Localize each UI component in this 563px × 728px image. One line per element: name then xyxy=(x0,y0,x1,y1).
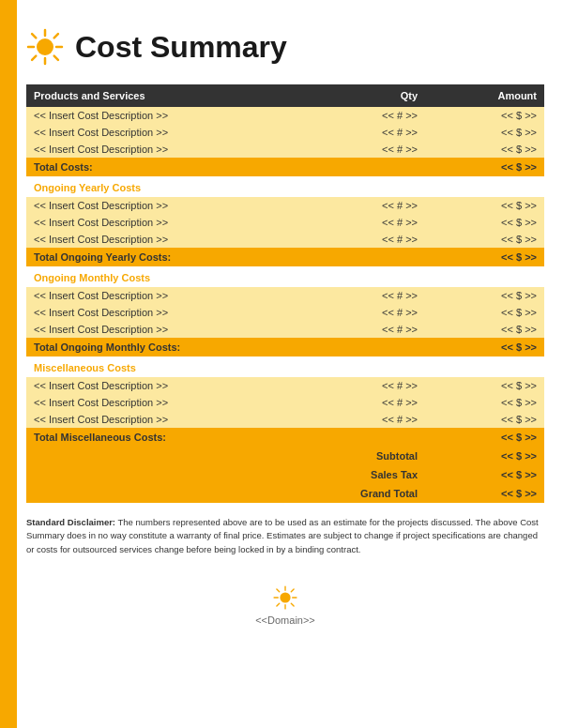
table-row: << Insert Cost Description >> << # >> <<… xyxy=(26,304,544,321)
total-amt: << $ >> xyxy=(425,158,544,176)
item-desc: << Insert Cost Description >> xyxy=(26,197,312,214)
item-qty: << # >> xyxy=(312,377,425,394)
total-row: Total Ongoing Monthly Costs: << $ >> xyxy=(26,338,544,356)
svg-line-17 xyxy=(277,603,280,606)
item-qty: << # >> xyxy=(312,231,425,248)
item-qty: << # >> xyxy=(312,411,425,428)
section-header-row: Ongoing Yearly Costs xyxy=(26,176,544,197)
svg-line-5 xyxy=(32,34,36,38)
item-qty: << # >> xyxy=(312,394,425,411)
item-desc: << Insert Cost Description >> xyxy=(26,394,312,411)
item-amt: << $ >> xyxy=(425,304,544,321)
table-row: << Insert Cost Description >> << # >> <<… xyxy=(26,107,544,124)
item-amt: << $ >> xyxy=(425,411,544,428)
cost-table: Products and Services Qty Amount << Inse… xyxy=(26,84,544,503)
item-desc: << Insert Cost Description >> xyxy=(26,141,312,158)
svg-line-16 xyxy=(291,589,294,592)
subtotal-amt: << $ >> xyxy=(425,447,544,465)
sun-logo-icon xyxy=(26,28,64,66)
item-amt: << $ >> xyxy=(425,377,544,394)
grand-total-row: Grand Total << $ >> xyxy=(26,484,544,503)
item-qty: << # >> xyxy=(312,107,425,124)
item-amt: << $ >> xyxy=(425,197,544,214)
left-accent-bar xyxy=(0,0,17,728)
total-label: Total Ongoing Monthly Costs: xyxy=(26,338,425,356)
svg-line-8 xyxy=(32,56,36,60)
item-desc: << Insert Cost Description >> xyxy=(26,304,312,321)
section-header-row: Miscellaneous Costs xyxy=(26,356,544,377)
total-label: Total Costs: xyxy=(26,158,425,176)
table-row: << Insert Cost Description >> << # >> <<… xyxy=(26,287,544,304)
item-desc: << Insert Cost Description >> xyxy=(26,287,312,304)
total-row: Total Miscellaneous Costs: << $ >> xyxy=(26,428,544,447)
item-desc: << Insert Cost Description >> xyxy=(26,411,312,428)
grand-total-label: Grand Total xyxy=(26,484,425,503)
total-amt: << $ >> xyxy=(425,248,544,266)
disclaimer-text: Standard Disclaimer: The numbers represe… xyxy=(26,516,544,556)
svg-point-0 xyxy=(37,38,53,55)
grand-total-amt: << $ >> xyxy=(425,484,544,503)
item-desc: << Insert Cost Description >> xyxy=(26,124,312,141)
footer-sun-icon xyxy=(272,584,298,611)
col-header-description: Products and Services xyxy=(26,84,312,107)
tax-label: Sales Tax xyxy=(26,465,425,484)
page-header: Cost Summary xyxy=(26,28,544,66)
section-label: Ongoing Monthly Costs xyxy=(26,266,544,287)
total-row: Total Ongoing Yearly Costs: << $ >> xyxy=(26,248,544,266)
col-header-qty: Qty xyxy=(312,84,425,107)
table-row: << Insert Cost Description >> << # >> <<… xyxy=(26,377,544,394)
item-desc: << Insert Cost Description >> xyxy=(26,214,312,231)
item-qty: << # >> xyxy=(312,141,425,158)
item-desc: << Insert Cost Description >> xyxy=(26,377,312,394)
footer-domain-label: <<Domain>> xyxy=(26,614,544,626)
item-qty: << # >> xyxy=(312,321,425,338)
total-amt: << $ >> xyxy=(425,428,544,447)
item-amt: << $ >> xyxy=(425,141,544,158)
table-row: << Insert Cost Description >> << # >> <<… xyxy=(26,214,544,231)
table-row: << Insert Cost Description >> << # >> <<… xyxy=(26,394,544,411)
item-amt: << $ >> xyxy=(425,107,544,124)
subtotal-label: Subtotal xyxy=(26,447,425,465)
svg-line-7 xyxy=(54,34,58,38)
table-row: << Insert Cost Description >> << # >> <<… xyxy=(26,197,544,214)
item-amt: << $ >> xyxy=(425,321,544,338)
table-row: << Insert Cost Description >> << # >> <<… xyxy=(26,141,544,158)
item-desc: << Insert Cost Description >> xyxy=(26,231,312,248)
item-amt: << $ >> xyxy=(425,287,544,304)
total-amt: << $ >> xyxy=(425,338,544,356)
page: Cost Summary Products and Services Qty A… xyxy=(0,0,563,728)
disclaimer-bold: Standard Disclaimer: xyxy=(26,517,115,527)
item-desc: << Insert Cost Description >> xyxy=(26,321,312,338)
table-row: << Insert Cost Description >> << # >> <<… xyxy=(26,231,544,248)
total-row: Total Costs: << $ >> xyxy=(26,158,544,176)
table-row: << Insert Cost Description >> << # >> <<… xyxy=(26,124,544,141)
item-amt: << $ >> xyxy=(425,394,544,411)
item-amt: << $ >> xyxy=(425,214,544,231)
section-label: Ongoing Yearly Costs xyxy=(26,176,544,197)
item-qty: << # >> xyxy=(312,124,425,141)
tax-amt: << $ >> xyxy=(425,465,544,484)
tax-row: Sales Tax << $ >> xyxy=(26,465,544,484)
subtotal-row: Subtotal << $ >> xyxy=(26,447,544,465)
svg-point-9 xyxy=(280,592,290,602)
main-content: Cost Summary Products and Services Qty A… xyxy=(26,0,544,645)
total-label: Total Ongoing Yearly Costs: xyxy=(26,248,425,266)
page-title: Cost Summary xyxy=(75,30,287,65)
col-header-amount: Amount xyxy=(425,84,544,107)
table-header-row: Products and Services Qty Amount xyxy=(26,84,544,107)
item-qty: << # >> xyxy=(312,214,425,231)
section-label: Miscellaneous Costs xyxy=(26,356,544,377)
table-row: << Insert Cost Description >> << # >> <<… xyxy=(26,411,544,428)
table-row: << Insert Cost Description >> << # >> <<… xyxy=(26,321,544,338)
total-label: Total Miscellaneous Costs: xyxy=(26,428,425,447)
item-qty: << # >> xyxy=(312,287,425,304)
section-header-row: Ongoing Monthly Costs xyxy=(26,266,544,287)
item-amt: << $ >> xyxy=(425,231,544,248)
svg-line-15 xyxy=(291,603,294,606)
item-qty: << # >> xyxy=(312,304,425,321)
svg-line-6 xyxy=(54,56,58,60)
item-amt: << $ >> xyxy=(425,124,544,141)
item-desc: << Insert Cost Description >> xyxy=(26,107,312,124)
svg-line-14 xyxy=(277,589,280,592)
item-qty: << # >> xyxy=(312,197,425,214)
